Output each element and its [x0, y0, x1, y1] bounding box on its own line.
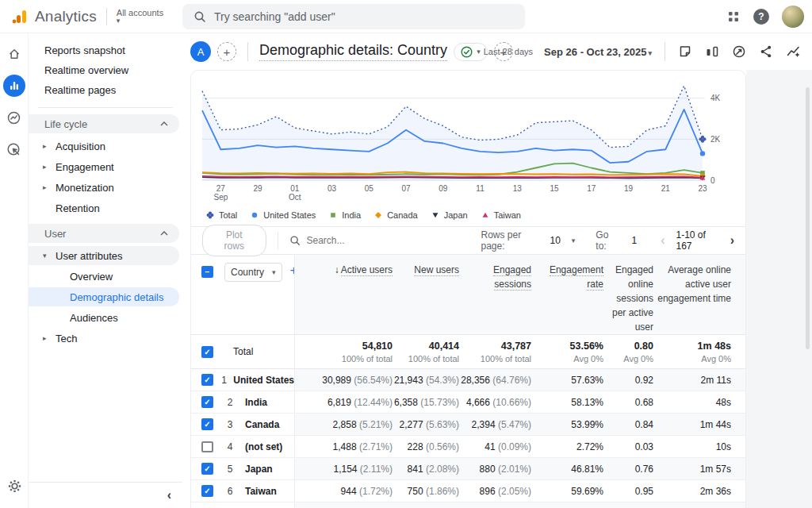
share-icon[interactable] — [759, 44, 773, 59]
sidebar-item-reports-snapshot[interactable]: Reports snapshot — [29, 40, 182, 60]
row-checkbox[interactable]: ✓ — [201, 418, 213, 430]
table-search-input[interactable] — [307, 235, 481, 246]
add-comparison-button[interactable]: + — [217, 42, 236, 61]
search-input[interactable] — [214, 10, 514, 23]
total-cell: 43,787100% of total — [459, 341, 531, 368]
legend-item[interactable]: Japan — [431, 210, 468, 220]
explore-icon[interactable] — [3, 106, 25, 129]
sidebar-item-retention[interactable]: Retention — [29, 198, 182, 217]
notes-icon[interactable] — [678, 44, 692, 59]
help-icon[interactable]: ? — [753, 9, 769, 25]
date-range-picker[interactable]: Sep 26 - Oct 23, 2025▾ — [544, 46, 652, 58]
row-checkbox[interactable] — [201, 441, 213, 452]
sidebar-item-demographic-details[interactable]: Demographic details — [29, 287, 179, 306]
page-title[interactable]: Demographic details: Country — [259, 42, 447, 61]
sidebar-item-audiences[interactable]: Audiences — [29, 308, 182, 327]
country-name: United States — [233, 375, 294, 386]
home-icon[interactable] — [3, 43, 25, 65]
apps-grid-icon[interactable] — [726, 10, 741, 24]
metric-cell: 2.72% — [531, 441, 603, 452]
sidebar-item-acquisition[interactable]: ▸Acquisition — [29, 137, 182, 156]
column-header[interactable]: Engaged online sessions per active user — [603, 263, 653, 334]
row-metrics: 2,858 (5.21%)2,277 (5.63%)2,394 (5.47%)5… — [294, 414, 746, 435]
table-row[interactable]: ✓6Taiwan944 (1.72%)750 (1.86%)896 (2.05%… — [191, 480, 745, 502]
insights-icon[interactable] — [786, 44, 801, 59]
table-header-row: − Country ▾ + ↓Active usersNew usersEnga… — [191, 255, 745, 334]
sidebar-item-monetization[interactable]: ▸Monetization — [29, 178, 182, 197]
sidebar-item-engagement[interactable]: ▸Engagement — [29, 157, 182, 176]
global-search[interactable] — [182, 4, 525, 29]
date-preset-label: Last 28 days — [484, 47, 533, 56]
table-row[interactable]: ✓2India6,819 (12.44%)6,358 (15.73%)4,666… — [191, 391, 745, 414]
column-header[interactable]: Engagement rate — [531, 263, 603, 334]
total-value: 1m 48s — [653, 341, 731, 352]
sidebar-section-life-cycle[interactable]: Life cycle — [29, 114, 179, 133]
collapse-sidebar-button[interactable]: ‹ — [167, 489, 171, 502]
top-app-bar: Analytics All accounts ▾ ? — [0, 0, 812, 33]
legend-item[interactable]: United States — [250, 210, 316, 220]
sidebar-item-realtime-pages[interactable]: Realtime pages — [29, 80, 182, 99]
legend-item[interactable]: India — [328, 210, 361, 220]
advertising-icon[interactable] — [3, 138, 25, 160]
sort-descending-icon: ↓ — [335, 264, 339, 275]
row-checkbox[interactable]: ✓ — [201, 374, 213, 386]
report-status-badge[interactable]: ▾ — [454, 43, 488, 61]
header-divider — [665, 42, 665, 61]
table-row[interactable]: ✓1United States30,989 (56.54%)21,943 (54… — [191, 369, 745, 391]
sidebar-item-realtime-overview[interactable]: Realtime overview — [29, 60, 182, 79]
table-row[interactable]: ✓5Japan1,154 (2.11%)841 (2.08%)880 (2.01… — [191, 458, 745, 480]
row-checkbox[interactable]: ✓ — [201, 485, 213, 497]
dimension-selector[interactable]: Country ▾ — [224, 263, 282, 282]
metric-cell: 6,819 (12.44%) — [295, 397, 393, 408]
metric-cell: 0.92 — [603, 375, 653, 386]
sidebar-item-tech[interactable]: ▸Tech — [29, 329, 182, 348]
row-checkbox[interactable]: ✓ — [201, 463, 213, 475]
goto-label: Go to: — [596, 229, 619, 252]
pagination-controls: Rows per page: 10 ▾ Go to: 1 ‹ 1-10 of 1… — [481, 229, 735, 252]
account-switcher[interactable]: All accounts ▾ — [117, 8, 163, 25]
chevron-down-icon: ▾ — [117, 17, 163, 25]
legend-item[interactable]: Canada — [373, 210, 418, 220]
legend-item[interactable]: Taiwan — [481, 210, 521, 220]
sidebar-item-overview[interactable]: Overview — [29, 267, 182, 286]
triangle-right-icon: ▸ — [43, 183, 49, 191]
chevron-down-icon: ▾ — [272, 268, 276, 276]
table-search[interactable] — [289, 235, 481, 246]
metric-cell: 57.63% — [531, 375, 603, 386]
total-cell: 1m 48sAvg 0% — [653, 341, 731, 368]
metric-cell: 1,154 (2.11%) — [295, 464, 393, 475]
legend-item[interactable]: Total — [205, 210, 237, 220]
benchmark-icon[interactable] — [732, 44, 746, 59]
svg-text:07: 07 — [402, 184, 412, 193]
sidebar-item-user-attributes[interactable]: ▾User attributes — [29, 246, 179, 265]
chevron-down-icon[interactable]: ▾ — [572, 237, 576, 244]
table-row[interactable]: 7Singapore884 (1.61%)574 (1.42%)673 (1.5… — [191, 502, 745, 508]
column-header[interactable]: New users — [393, 263, 459, 334]
select-all-checkbox[interactable]: − — [201, 266, 213, 278]
table-row[interactable]: 4(not set)1,488 (2.71%)228 (0.56%)41 (0.… — [191, 436, 745, 458]
metric-cell: 1m 44s — [653, 419, 731, 430]
sidebar-section-user[interactable]: User — [29, 224, 179, 243]
goto-page-input[interactable]: 1 — [632, 235, 638, 246]
user-avatar[interactable] — [782, 6, 804, 28]
comparison-icon[interactable] — [705, 44, 719, 59]
table-row[interactable]: ✓3Canada2,858 (5.21%)2,277 (5.63%)2,394 … — [191, 414, 745, 436]
previous-page-icon[interactable]: ‹ — [661, 234, 665, 247]
row-checkbox[interactable]: ✓ — [201, 346, 213, 358]
metric-cell: 2m 11s — [653, 375, 731, 386]
trend-chart[interactable]: 4K2K027Sep2901Oct0305070911131517192123 — [191, 75, 740, 204]
admin-gear-icon[interactable] — [3, 475, 25, 497]
column-header[interactable]: Average online active user engagement ti… — [653, 263, 731, 334]
column-header[interactable]: Engaged sessions — [459, 263, 531, 334]
reports-icon[interactable] — [3, 75, 25, 97]
plot-rows-button[interactable]: Plot rows — [202, 225, 266, 256]
analytics-logo-icon[interactable] — [11, 8, 29, 25]
svg-text:Oct: Oct — [289, 193, 301, 202]
rows-per-page-select[interactable]: 10 — [550, 235, 560, 246]
row-checkbox[interactable]: ✓ — [201, 396, 213, 408]
next-page-icon[interactable]: › — [730, 234, 734, 247]
total-subtext: 100% of total — [459, 354, 531, 364]
column-header[interactable]: ↓Active users — [295, 263, 393, 334]
page-scrollbar[interactable] — [806, 87, 810, 349]
property-badge[interactable]: A — [190, 41, 211, 62]
